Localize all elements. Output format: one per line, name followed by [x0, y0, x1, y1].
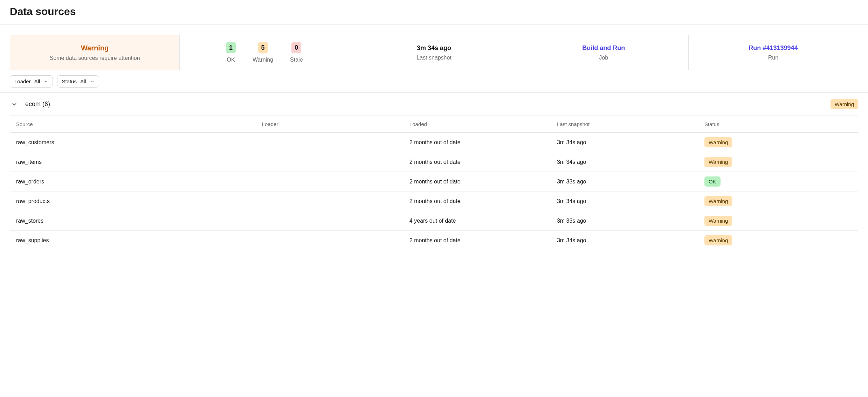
- count-ok: 1 OK: [226, 42, 236, 63]
- sources-table: Source Loader Loaded Last snapshot Statu…: [10, 116, 858, 250]
- cell-loaded: 4 years out of date: [409, 218, 557, 224]
- cell-source: raw_orders: [16, 179, 262, 185]
- summary-last-snapshot-value: 3m 34s ago: [417, 44, 451, 52]
- count-stale-value: 0: [291, 42, 301, 53]
- summary-status-card: Warning Some data sources require attent…: [10, 35, 180, 70]
- status-pill: OK: [704, 176, 721, 187]
- cell-source: raw_customers: [16, 139, 262, 146]
- cell-loaded: 2 months out of date: [409, 139, 557, 146]
- summary-job-card: Build and Run Job: [519, 35, 689, 70]
- table-row[interactable]: raw_orders2 months out of date3m 33s ago…: [10, 172, 858, 191]
- filter-status[interactable]: Status All: [57, 75, 99, 88]
- filter-loader-name: Loader: [14, 78, 31, 84]
- table-row[interactable]: raw_customers2 months out of date3m 34s …: [10, 133, 858, 152]
- cell-loaded: 2 months out of date: [409, 179, 557, 185]
- group-expand-button[interactable]: [10, 100, 19, 109]
- count-ok-label: OK: [227, 57, 235, 63]
- cell-source: raw_items: [16, 159, 262, 165]
- count-stale-label: Stale: [290, 57, 303, 63]
- status-pill: Warning: [704, 235, 732, 245]
- cell-status: Warning: [704, 235, 852, 245]
- status-pill: Warning: [704, 216, 732, 226]
- summary-job-label: Job: [599, 55, 608, 61]
- filters-row: Loader All Status All: [0, 70, 868, 92]
- count-warning-value: 5: [258, 42, 268, 53]
- summary-run-card: Run #413139944 Run: [689, 35, 858, 70]
- summary-last-snapshot-label: Last snapshot: [416, 55, 452, 61]
- table-row[interactable]: raw_products2 months out of date3m 34s a…: [10, 191, 858, 211]
- col-last-snapshot: Last snapshot: [557, 121, 704, 127]
- filter-status-value: All: [80, 78, 86, 84]
- cell-source: raw_stores: [16, 218, 262, 224]
- cell-loaded: 2 months out of date: [409, 198, 557, 204]
- summary-run-link[interactable]: Run #413139944: [749, 44, 798, 52]
- count-ok-value: 1: [226, 42, 236, 53]
- cell-status: Warning: [704, 137, 852, 147]
- table-row[interactable]: raw_supplies2 months out of date3m 34s a…: [10, 231, 858, 250]
- summary-job-link[interactable]: Build and Run: [582, 44, 625, 52]
- cell-status: Warning: [704, 216, 852, 226]
- cell-last-snapshot: 3m 34s ago: [557, 159, 704, 165]
- group-section: ecom (6) Warning Source Loader Loaded La…: [0, 92, 868, 250]
- col-loaded: Loaded: [409, 121, 557, 127]
- group-status-pill: Warning: [831, 99, 858, 109]
- group-header: ecom (6) Warning: [0, 93, 868, 116]
- chevron-down-icon: [90, 79, 95, 84]
- cell-last-snapshot: 3m 33s ago: [557, 218, 704, 224]
- cell-source: raw_products: [16, 198, 262, 204]
- summary-counts-card: 1 OK 5 Warning 0 Stale: [180, 35, 349, 70]
- summary-last-snapshot-card: 3m 34s ago Last snapshot: [349, 35, 519, 70]
- table-row[interactable]: raw_items2 months out of date3m 34s agoW…: [10, 152, 858, 172]
- col-loader: Loader: [262, 121, 409, 127]
- cell-source: raw_supplies: [16, 237, 262, 244]
- cell-loaded: 2 months out of date: [409, 159, 557, 165]
- cell-last-snapshot: 3m 34s ago: [557, 139, 704, 146]
- table-head: Source Loader Loaded Last snapshot Statu…: [10, 116, 858, 133]
- cell-status: OK: [704, 176, 852, 187]
- cell-status: Warning: [704, 196, 852, 206]
- chevron-down-icon: [44, 79, 48, 84]
- page-title: Data sources: [10, 6, 858, 18]
- summary-row: Warning Some data sources require attent…: [10, 35, 858, 70]
- cell-status: Warning: [704, 157, 852, 167]
- summary-status-title: Warning: [81, 44, 109, 52]
- cell-loaded: 2 months out of date: [409, 237, 557, 244]
- status-pill: Warning: [704, 137, 732, 147]
- group-name: ecom (6): [25, 100, 50, 108]
- status-pill: Warning: [704, 157, 732, 167]
- summary-run-label: Run: [768, 55, 778, 61]
- col-status: Status: [704, 121, 852, 127]
- filter-status-name: Status: [62, 78, 77, 84]
- table-row[interactable]: raw_stores4 years out of date3m 33s agoW…: [10, 211, 858, 231]
- filter-loader[interactable]: Loader All: [10, 75, 53, 88]
- status-pill: Warning: [704, 196, 732, 206]
- count-warning-label: Warning: [253, 57, 273, 63]
- chevron-down-icon: [11, 101, 18, 107]
- count-stale: 0 Stale: [290, 42, 303, 63]
- cell-last-snapshot: 3m 34s ago: [557, 237, 704, 244]
- page-header: Data sources: [0, 0, 868, 25]
- cell-last-snapshot: 3m 34s ago: [557, 198, 704, 204]
- col-source: Source: [16, 121, 262, 127]
- summary-status-subtitle: Some data sources require attention: [50, 55, 140, 61]
- count-warning: 5 Warning: [253, 42, 273, 63]
- filter-loader-value: All: [34, 78, 40, 84]
- cell-last-snapshot: 3m 33s ago: [557, 179, 704, 185]
